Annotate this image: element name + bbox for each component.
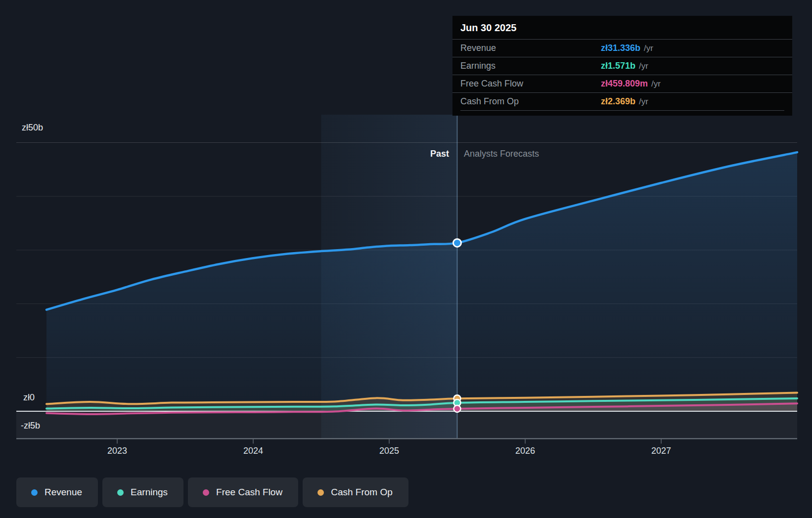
tooltip-value: zł2.369b xyxy=(601,96,635,106)
tooltip-unit: /yr xyxy=(639,61,648,71)
legend-label: Cash From Op xyxy=(331,487,393,498)
tooltip-unit: /yr xyxy=(644,43,653,53)
tooltip-value: zł1.571b xyxy=(601,61,635,71)
tooltip-label: Free Cash Flow xyxy=(460,79,601,89)
y-axis-label-50b: zł50b xyxy=(22,123,43,133)
tooltip-value-group: zł2.369b/yr xyxy=(601,96,784,107)
x-axis-label-2026: 2026 xyxy=(508,446,542,456)
tooltip-label: Earnings xyxy=(460,61,601,71)
tooltip-row-cash-from-op: Cash From Op zł2.369b/yr xyxy=(452,92,792,110)
free-cash-flow-dot-icon xyxy=(203,489,209,496)
legend-button-revenue[interactable]: Revenue xyxy=(16,477,98,507)
tooltip-label: Cash From Op xyxy=(460,96,601,107)
tooltip-label: Revenue xyxy=(460,43,601,53)
y-axis-label-0: zł0 xyxy=(23,392,35,403)
legend-label: Free Cash Flow xyxy=(216,487,282,498)
y-axis-label-neg5b: -zł5b xyxy=(21,421,40,431)
forecast-region-label: Analysts Forecasts xyxy=(464,149,539,159)
legend-button-cash-from-op[interactable]: Cash From Op xyxy=(303,477,408,507)
tooltip-unit: /yr xyxy=(651,79,661,88)
financials-growth-chart: zł50b zł0 -zł5b 2023 2024 2025 2026 2027… xyxy=(0,0,812,518)
tooltip-unit: /yr xyxy=(639,97,648,106)
data-tooltip: Jun 30 2025 Revenue zł31.336b/yr Earning… xyxy=(452,16,792,116)
tooltip-row-free-cash-flow: Free Cash Flow zł459.809m/yr xyxy=(452,75,792,92)
tooltip-bottom-divider xyxy=(460,110,784,111)
x-axis-label-2024: 2024 xyxy=(236,446,271,456)
past-region-label: Past xyxy=(430,149,449,159)
cash-from-op-dot-icon xyxy=(317,489,324,496)
legend-label: Earnings xyxy=(131,487,168,498)
legend-button-free-cash-flow[interactable]: Free Cash Flow xyxy=(188,477,298,507)
tooltip-value: zł459.809m xyxy=(601,79,648,88)
legend-button-earnings[interactable]: Earnings xyxy=(102,477,183,507)
tooltip-value-group: zł1.571b/yr xyxy=(601,61,784,71)
x-axis-label-2027: 2027 xyxy=(644,446,678,456)
tooltip-row-earnings: Earnings zł1.571b/yr xyxy=(452,57,792,75)
revenue-dot-icon xyxy=(31,489,38,496)
legend-label: Revenue xyxy=(45,487,82,498)
tooltip-value: zł31.336b xyxy=(601,43,640,53)
earnings-dot-icon xyxy=(117,489,124,496)
tooltip-value-group: zł31.336b/yr xyxy=(601,43,784,53)
tooltip-row-revenue: Revenue zł31.336b/yr xyxy=(452,39,792,57)
tooltip-value-group: zł459.809m/yr xyxy=(601,79,784,89)
x-axis-label-2025: 2025 xyxy=(372,446,406,456)
x-axis-label-2023: 2023 xyxy=(100,446,135,456)
tooltip-date: Jun 30 2025 xyxy=(452,16,792,39)
legend: Revenue Earnings Free Cash Flow Cash Fro… xyxy=(16,477,408,507)
